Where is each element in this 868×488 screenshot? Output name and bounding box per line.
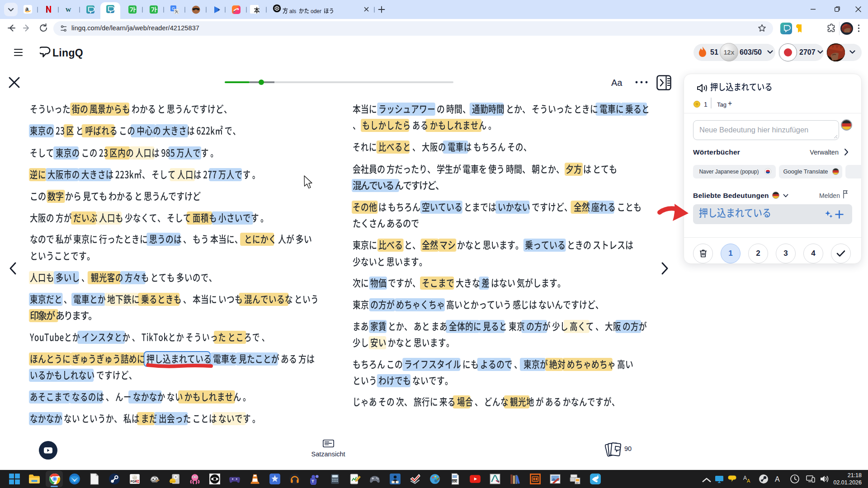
svg-text:T: T [311, 479, 314, 483]
svg-text:w: w [66, 5, 71, 13]
svg-text:LingQ: LingQ [52, 47, 83, 59]
svg-text:OCR: OCR [452, 480, 458, 483]
svg-text:A: A [743, 475, 747, 481]
svg-text:24: 24 [137, 480, 140, 483]
svg-text:A: A [747, 478, 750, 483]
svg-text:A: A [775, 475, 780, 483]
